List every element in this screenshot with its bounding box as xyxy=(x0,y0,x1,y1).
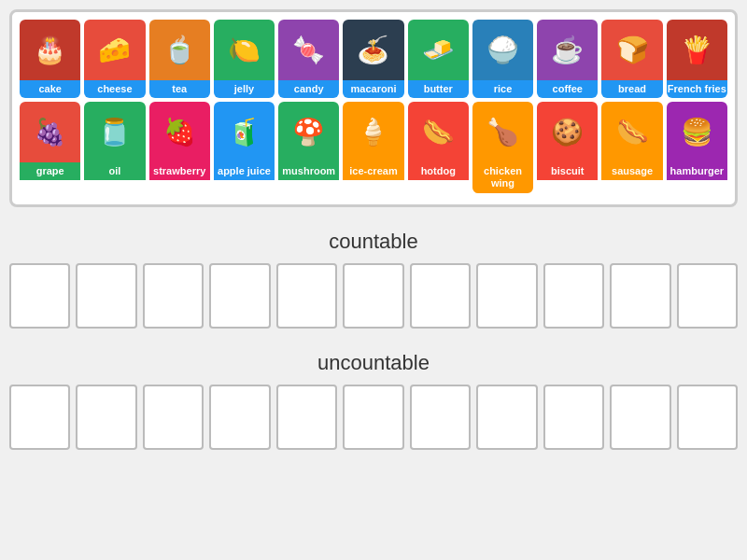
uncountable-label: uncountable xyxy=(317,351,430,375)
countable-drop-zone xyxy=(9,263,738,329)
food-image-oil: 🫙 xyxy=(84,102,145,162)
food-image-jelly: 🍋 xyxy=(214,20,275,80)
food-label-coffee: coffee xyxy=(537,80,598,98)
food-image-rice: 🍚 xyxy=(472,20,533,80)
drop-box[interactable] xyxy=(343,263,403,329)
food-label-strawberry: strawberry xyxy=(149,162,210,180)
food-card-candy[interactable]: 🍬candy xyxy=(278,20,339,98)
food-card-macaroni[interactable]: 🍝macaroni xyxy=(343,20,403,98)
drop-box[interactable] xyxy=(677,263,738,329)
food-card-strawberry[interactable]: 🍓strawberry xyxy=(149,102,210,192)
food-label-hotdog: hotdog xyxy=(408,162,469,180)
food-label-mushroom: mushroom xyxy=(278,162,339,180)
food-card-mushroom[interactable]: 🍄mushroom xyxy=(278,102,339,192)
food-label-grape: grape xyxy=(20,162,80,180)
food-image-bread: 🍞 xyxy=(601,20,662,80)
drop-box[interactable] xyxy=(209,263,270,329)
drop-box[interactable] xyxy=(9,263,70,329)
drop-box[interactable] xyxy=(410,385,471,450)
food-image-chickenwing: 🍗 xyxy=(472,102,533,162)
food-label-frenchfries: French fries xyxy=(667,80,727,98)
food-label-biscuit: biscuit xyxy=(537,162,598,180)
food-card-rice[interactable]: 🍚rice xyxy=(472,20,533,98)
food-image-sausage: 🌭 xyxy=(601,102,662,162)
food-card-coffee[interactable]: ☕coffee xyxy=(537,20,598,98)
food-card-butter[interactable]: 🧈butter xyxy=(408,20,469,98)
drop-box[interactable] xyxy=(209,385,270,450)
food-card-biscuit[interactable]: 🍪biscuit xyxy=(537,102,598,192)
food-grid: 🎂cake🧀cheese🍵tea🍋jelly🍬candy🍝macaroni🧈bu… xyxy=(9,9,738,207)
food-label-chickenwing: chicken wing xyxy=(472,162,533,192)
food-card-chickenwing[interactable]: 🍗chicken wing xyxy=(472,102,533,192)
drop-box[interactable] xyxy=(543,263,604,329)
food-row-1: 🎂cake🧀cheese🍵tea🍋jelly🍬candy🍝macaroni🧈bu… xyxy=(20,20,727,98)
food-image-hotdog: 🌭 xyxy=(408,102,469,162)
food-card-oil[interactable]: 🫙oil xyxy=(84,102,145,192)
drop-box[interactable] xyxy=(610,385,670,450)
food-card-cheese[interactable]: 🧀cheese xyxy=(84,20,145,98)
food-image-cheese: 🧀 xyxy=(84,20,145,80)
food-image-icecream: 🍦 xyxy=(343,102,403,162)
food-card-grape[interactable]: 🍇grape xyxy=(20,102,80,192)
food-card-hotdog[interactable]: 🌭hotdog xyxy=(408,102,469,192)
food-card-sausage[interactable]: 🌭sausage xyxy=(601,102,662,192)
uncountable-drop-zone xyxy=(9,385,738,450)
drop-box[interactable] xyxy=(476,385,537,450)
food-card-cake[interactable]: 🎂cake xyxy=(20,20,80,98)
food-card-bread[interactable]: 🍞bread xyxy=(601,20,662,98)
drop-box[interactable] xyxy=(9,385,70,450)
food-image-coffee: ☕ xyxy=(537,20,598,80)
food-label-tea: tea xyxy=(149,80,210,98)
food-label-rice: rice xyxy=(472,80,533,98)
food-card-jelly[interactable]: 🍋jelly xyxy=(214,20,275,98)
food-row-2: 🍇grape🫙oil🍓strawberry🧃apple juice🍄mushro… xyxy=(20,102,727,192)
drop-box[interactable] xyxy=(476,263,537,329)
drop-box[interactable] xyxy=(410,263,471,329)
food-image-candy: 🍬 xyxy=(278,20,339,80)
food-label-jelly: jelly xyxy=(214,80,275,98)
food-label-candy: candy xyxy=(278,80,339,98)
food-label-applejuice: apple juice xyxy=(214,162,275,180)
drop-box[interactable] xyxy=(276,263,337,329)
food-image-strawberry: 🍓 xyxy=(149,102,210,162)
drop-box[interactable] xyxy=(543,385,604,450)
food-label-bread: bread xyxy=(601,80,662,98)
drop-box[interactable] xyxy=(143,385,204,450)
food-image-macaroni: 🍝 xyxy=(343,20,403,80)
food-label-sausage: sausage xyxy=(601,162,662,180)
food-card-hamburger[interactable]: 🍔hamburger xyxy=(667,102,727,192)
food-label-icecream: ice-cream xyxy=(343,162,403,180)
drop-box[interactable] xyxy=(143,263,204,329)
food-card-applejuice[interactable]: 🧃apple juice xyxy=(214,102,275,192)
countable-label: countable xyxy=(329,230,417,254)
food-image-grape: 🍇 xyxy=(20,102,80,162)
food-label-oil: oil xyxy=(84,162,145,180)
food-image-cake: 🎂 xyxy=(20,20,80,80)
food-label-cheese: cheese xyxy=(84,80,145,98)
food-card-icecream[interactable]: 🍦ice-cream xyxy=(343,102,403,192)
food-image-tea: 🍵 xyxy=(149,20,210,80)
drop-box[interactable] xyxy=(677,385,738,450)
food-image-mushroom: 🍄 xyxy=(278,102,339,162)
drop-box[interactable] xyxy=(76,385,136,450)
drop-box[interactable] xyxy=(610,263,670,329)
drop-box[interactable] xyxy=(76,263,136,329)
food-label-cake: cake xyxy=(20,80,80,98)
food-label-butter: butter xyxy=(408,80,469,98)
drop-box[interactable] xyxy=(276,385,337,450)
drop-box[interactable] xyxy=(343,385,403,450)
food-image-butter: 🧈 xyxy=(408,20,469,80)
food-label-hamburger: hamburger xyxy=(667,162,727,180)
food-image-biscuit: 🍪 xyxy=(537,102,598,162)
food-card-frenchfries[interactable]: 🍟French fries xyxy=(667,20,727,98)
food-card-tea[interactable]: 🍵tea xyxy=(149,20,210,98)
food-image-hamburger: 🍔 xyxy=(667,102,727,162)
food-image-frenchfries: 🍟 xyxy=(667,20,727,80)
food-image-applejuice: 🧃 xyxy=(214,102,275,162)
food-label-macaroni: macaroni xyxy=(343,80,403,98)
